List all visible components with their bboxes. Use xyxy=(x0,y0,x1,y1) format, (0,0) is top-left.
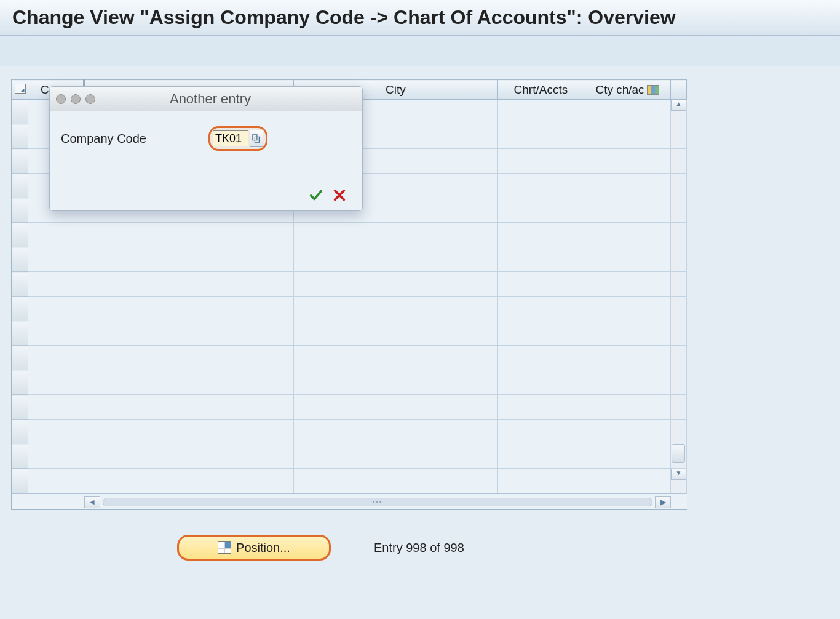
table-row[interactable] xyxy=(12,346,687,370)
cell-chrt[interactable] xyxy=(497,346,584,370)
cell-city[interactable] xyxy=(294,297,498,321)
dialog-ok-button[interactable] xyxy=(309,188,323,202)
cell-cocd[interactable] xyxy=(28,469,84,493)
cell-city[interactable] xyxy=(294,469,498,493)
cell-city[interactable] xyxy=(294,370,498,395)
cell-cocd[interactable] xyxy=(28,297,84,321)
cell-cty[interactable] xyxy=(584,395,671,420)
cell-company-name[interactable] xyxy=(84,420,294,444)
value-help-button[interactable] xyxy=(250,130,263,147)
cell-cty[interactable] xyxy=(584,174,671,198)
vscroll-cell[interactable] xyxy=(670,272,686,297)
cell-cocd[interactable] xyxy=(28,247,84,272)
cell-chrt[interactable] xyxy=(497,198,584,223)
cell-cocd[interactable] xyxy=(28,370,84,395)
cell-cocd[interactable] xyxy=(28,223,84,247)
cell-company-name[interactable] xyxy=(84,223,294,247)
vscroll-cell[interactable] xyxy=(670,321,686,346)
cell-city[interactable] xyxy=(294,395,498,420)
row-selector[interactable] xyxy=(12,272,28,297)
vscroll-cell[interactable] xyxy=(670,198,686,223)
row-selector[interactable] xyxy=(12,223,28,247)
cell-company-name[interactable] xyxy=(84,370,294,395)
cell-chrt[interactable] xyxy=(497,124,584,149)
cell-city[interactable] xyxy=(294,223,498,247)
vscroll-cell[interactable] xyxy=(670,444,686,469)
cell-cty[interactable] xyxy=(584,420,671,444)
vscroll-cell[interactable] xyxy=(670,149,686,174)
cell-city[interactable] xyxy=(294,272,498,297)
cell-cty[interactable] xyxy=(584,297,671,321)
table-settings-icon[interactable] xyxy=(647,85,659,95)
vscroll-cell[interactable]: ▼ xyxy=(670,469,686,493)
table-row[interactable] xyxy=(12,247,687,272)
cell-cocd[interactable] xyxy=(28,420,84,444)
hscroll-right[interactable]: ▶ xyxy=(655,496,671,508)
cell-chrt[interactable] xyxy=(497,297,584,321)
cell-chrt[interactable] xyxy=(497,469,584,493)
cell-company-name[interactable] xyxy=(84,346,294,370)
row-selector[interactable] xyxy=(12,321,28,346)
col-chrt-accts[interactable]: Chrt/Accts xyxy=(497,80,584,100)
row-selector[interactable] xyxy=(12,420,28,444)
cell-chrt[interactable] xyxy=(497,420,584,444)
vscroll-cell[interactable]: ▲ xyxy=(670,100,686,124)
cell-company-name[interactable] xyxy=(84,469,294,493)
cell-city[interactable] xyxy=(294,247,498,272)
cell-cty[interactable] xyxy=(584,444,671,469)
position-button[interactable]: Position... xyxy=(177,535,331,561)
company-code-input[interactable] xyxy=(213,130,248,146)
cell-cty[interactable] xyxy=(584,223,671,247)
vscroll-cell[interactable] xyxy=(670,395,686,420)
col-cty-ch-ac[interactable]: Cty ch/ac xyxy=(584,80,671,100)
row-selector[interactable] xyxy=(12,124,28,149)
select-all-header[interactable] xyxy=(12,80,28,100)
cell-company-name[interactable] xyxy=(84,272,294,297)
cell-chrt[interactable] xyxy=(497,444,584,469)
row-selector[interactable] xyxy=(12,174,28,198)
cell-cty[interactable] xyxy=(584,247,671,272)
vscroll-cell[interactable] xyxy=(670,346,686,370)
table-row[interactable] xyxy=(12,444,687,469)
cell-company-name[interactable] xyxy=(84,444,294,469)
cell-chrt[interactable] xyxy=(497,370,584,395)
row-selector[interactable] xyxy=(12,370,28,395)
cell-cty[interactable] xyxy=(584,100,671,124)
row-selector[interactable] xyxy=(12,395,28,420)
cell-chrt[interactable] xyxy=(497,321,584,346)
cell-cocd[interactable] xyxy=(28,444,84,469)
row-selector[interactable] xyxy=(12,149,28,174)
cell-company-name[interactable] xyxy=(84,247,294,272)
cell-cocd[interactable] xyxy=(28,272,84,297)
cell-cocd[interactable] xyxy=(28,395,84,420)
vscroll-cell[interactable] xyxy=(670,124,686,149)
cell-chrt[interactable] xyxy=(497,272,584,297)
row-selector[interactable] xyxy=(12,247,28,272)
cell-city[interactable] xyxy=(294,420,498,444)
table-row[interactable] xyxy=(12,272,687,297)
dialog-cancel-button[interactable] xyxy=(333,188,346,202)
vscroll-cell[interactable] xyxy=(670,247,686,272)
row-selector[interactable] xyxy=(12,297,28,321)
table-row[interactable] xyxy=(12,420,687,444)
table-row[interactable] xyxy=(12,370,687,395)
vscroll-cell[interactable] xyxy=(670,174,686,198)
table-row[interactable] xyxy=(12,321,687,346)
cell-cty[interactable] xyxy=(584,198,671,223)
table-row[interactable] xyxy=(12,223,687,247)
cell-cty[interactable] xyxy=(584,149,671,174)
table-row[interactable] xyxy=(12,395,687,420)
cell-chrt[interactable] xyxy=(497,149,584,174)
vscroll-down[interactable]: ▼ xyxy=(671,469,686,480)
cell-company-name[interactable] xyxy=(84,297,294,321)
vscroll-cell[interactable] xyxy=(670,223,686,247)
cell-cocd[interactable] xyxy=(28,346,84,370)
cell-city[interactable] xyxy=(294,444,498,469)
vscroll-up[interactable]: ▲ xyxy=(671,100,686,111)
cell-chrt[interactable] xyxy=(497,223,584,247)
cell-cty[interactable] xyxy=(584,321,671,346)
row-selector[interactable] xyxy=(12,346,28,370)
cell-cty[interactable] xyxy=(584,272,671,297)
table-row[interactable] xyxy=(12,297,687,321)
hscroll-left[interactable]: ◄ xyxy=(84,496,100,508)
